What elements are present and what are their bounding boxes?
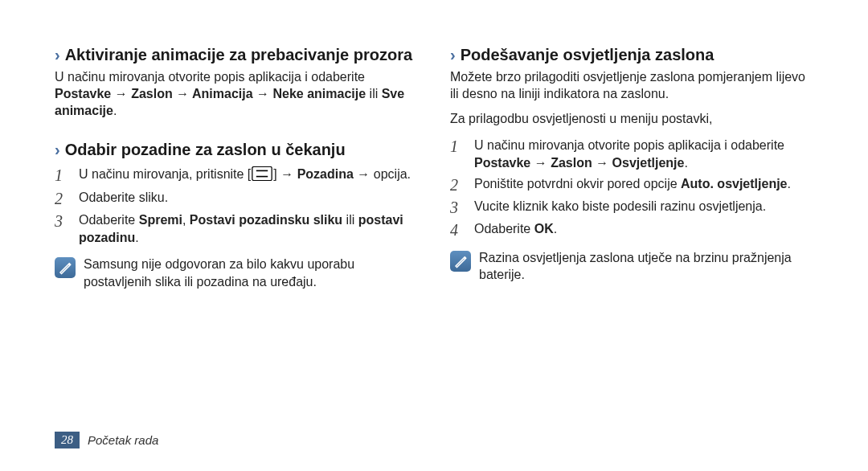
heading-animation: › Aktiviranje animacije za prebacivanje … (55, 45, 418, 64)
text: U načinu mirovanja, pritisnite [ (79, 167, 251, 181)
chevron-icon: › (55, 45, 60, 64)
step-text: U načinu mirovanja, pritisnite [] → Poza… (79, 166, 418, 186)
step-text: Odaberite OK. (474, 220, 813, 240)
step-3: 3 Odaberite Spremi, Postavi pozadinsku s… (55, 210, 418, 248)
step-text: Odaberite sliku. (79, 189, 418, 208)
note-brightness: Razina osvjetljenja zaslona utječe na br… (450, 249, 813, 284)
step-number: 3 (450, 198, 466, 217)
text: . (554, 222, 557, 236)
step-number: 2 (55, 189, 71, 208)
step-number: 1 (450, 137, 466, 171)
brightness-para-1: Možete brzo prilagoditi osvjetljenje zas… (450, 69, 813, 103)
bold-text: Postavke → Zaslon → Osvjetljenje (474, 156, 684, 170)
menu-key-icon (251, 166, 273, 186)
brightness-para-2: Za prilagodbu osvjetljenosti u meniju po… (450, 111, 813, 128)
text: . (135, 231, 138, 244)
text: ] → (273, 167, 297, 181)
step-text: Poništite potvrdni okvir pored opcije Au… (474, 175, 813, 195)
text: . (684, 156, 687, 170)
text: Odaberite (474, 222, 534, 236)
step-text: Vucite kliznik kako biste podesili razin… (474, 198, 813, 217)
heading-animation-text: Aktiviranje animacije za prebacivanje pr… (65, 45, 418, 64)
page-number: 28 (55, 432, 80, 448)
text: . (113, 104, 117, 117)
bold-text: Postavi pozadinsku sliku (190, 213, 342, 227)
note-icon (450, 251, 471, 272)
step-number: 1 (55, 166, 71, 186)
animation-para: U načinu mirovanja otvorite popis aplika… (55, 69, 418, 119)
step-2: 2 Odaberite sliku. (55, 187, 418, 210)
step-number: 4 (450, 220, 466, 240)
step-text: U načinu mirovanja otvorite popis aplika… (474, 137, 813, 171)
step-1: 1 U načinu mirovanja, pritisnite [] → Po… (55, 164, 418, 187)
brightness-steps: 1 U načinu mirovanja otvorite popis apli… (450, 135, 813, 240)
left-column: › Aktiviranje animacije za prebacivanje … (55, 45, 418, 447)
bold-text: Auto. osvjetljenje (681, 177, 787, 190)
step-number: 3 (55, 211, 71, 246)
text: Odaberite (79, 213, 139, 227)
note-wallpaper: Samsung nije odgovoran za bilo kakvu upo… (55, 256, 418, 290)
text: → opcija. (354, 167, 411, 181)
path-text: Postavke → Zaslon → Animacija → Neke ani… (55, 87, 366, 100)
note-icon (55, 257, 76, 278)
chevron-icon: › (55, 140, 60, 159)
heading-wallpaper: › Odabir pozadine za zaslon u čekanju (55, 140, 418, 159)
chevron-icon: › (450, 45, 456, 64)
text: ili (366, 87, 382, 100)
bold-text: Spremi (139, 213, 182, 227)
step-text: Odaberite Spremi, Postavi pozadinsku sli… (79, 211, 418, 246)
note-text: Razina osvjetljenja zaslona utječe na br… (479, 249, 813, 284)
heading-wallpaper-text: Odabir pozadine za zaslon u čekanju (65, 140, 418, 159)
columns: › Aktiviranje animacije za prebacivanje … (55, 45, 813, 447)
text: U načinu mirovanja otvorite popis aplika… (55, 70, 365, 84)
step-2: 2 Poništite potvrdni okvir pored opcije … (450, 174, 813, 196)
step-1: 1 U načinu mirovanja otvorite popis apli… (450, 135, 813, 173)
right-column: › Podešavanje osvjetljenja zaslona Možet… (450, 45, 813, 447)
text: ili (342, 213, 358, 227)
heading-brightness-text: Podešavanje osvjetljenja zaslona (461, 45, 813, 64)
heading-brightness: › Podešavanje osvjetljenja zaslona (450, 45, 813, 64)
text: , (182, 213, 190, 227)
text: . (788, 177, 791, 190)
page: › Aktiviranje animacije za prebacivanje … (0, 0, 868, 471)
footer-label: Početak rada (88, 433, 158, 447)
footer: 28 Početak rada (55, 432, 158, 448)
text: Poništite potvrdni okvir pored opcije (474, 177, 681, 190)
step-4: 4 Odaberite OK. (450, 219, 813, 241)
step-3: 3 Vucite kliznik kako biste podesili raz… (450, 196, 813, 219)
text: U načinu mirovanja otvorite popis aplika… (474, 138, 784, 152)
bold-text: Pozadina (297, 167, 354, 181)
svg-rect-0 (252, 167, 272, 181)
wallpaper-steps: 1 U načinu mirovanja, pritisnite [] → Po… (55, 164, 418, 248)
bold-text: OK (534, 222, 554, 236)
note-text: Samsung nije odgovoran za bilo kakvu upo… (84, 256, 418, 290)
step-number: 2 (450, 175, 466, 195)
